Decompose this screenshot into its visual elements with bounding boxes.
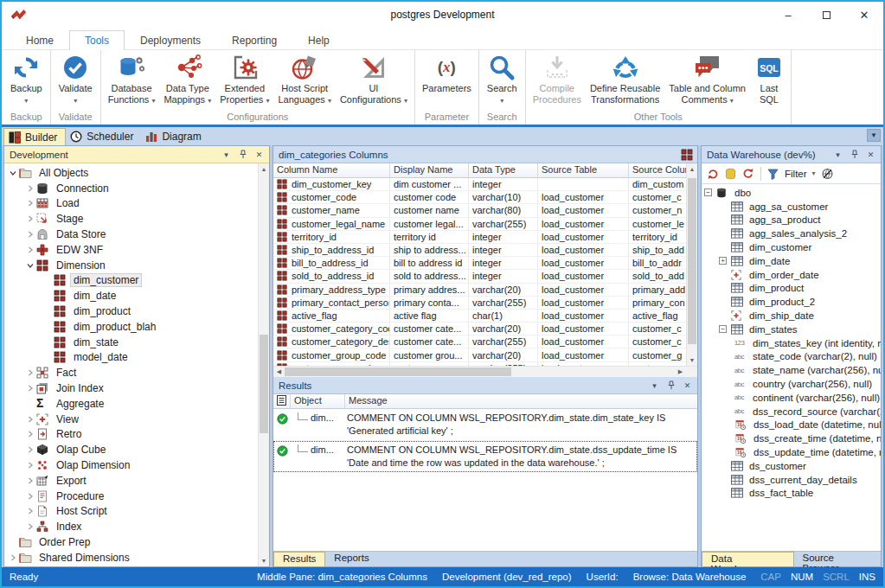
scroll-thumb[interactable] bbox=[688, 178, 696, 343]
grid-horizontal-scrollbar[interactable]: ◀ ▶ bbox=[273, 366, 697, 377]
chevron-right-icon[interactable] bbox=[25, 215, 35, 222]
chevron-right-icon[interactable] bbox=[25, 493, 35, 500]
result-row-1[interactable]: dim...COMMENT ON COLUMN WSL_REPOSITORY.d… bbox=[273, 409, 697, 441]
column-header-source-column[interactable]: Source Column bbox=[629, 163, 686, 177]
results-object-header[interactable]: Object bbox=[291, 394, 345, 408]
column-header-column-name[interactable]: Column Name bbox=[273, 163, 390, 177]
tree-item-dim-product-blah[interactable]: dim_product_blah bbox=[4, 319, 258, 335]
browser-item-agg-sa-product[interactable]: agg_sa_product bbox=[702, 214, 881, 227]
tree-item-olap-dimension[interactable]: Olap Dimension bbox=[4, 457, 258, 473]
scroll-up-icon[interactable]: ▲ bbox=[261, 163, 267, 175]
scroll-thumb[interactable] bbox=[285, 368, 511, 376]
bottom-tab-results[interactable]: Results bbox=[273, 552, 325, 566]
globe-filter-icon[interactable] bbox=[821, 168, 834, 180]
database-source-icon[interactable] bbox=[724, 168, 737, 180]
result-row-2[interactable]: dim...COMMENT ON COLUMN WSL_REPOSITORY.d… bbox=[273, 441, 697, 473]
refresh-browser-icon[interactable] bbox=[706, 168, 719, 180]
browser-item-dss-create-time[interactable]: 16dss_create_time (datetime, null) bbox=[702, 431, 881, 445]
expand-box-icon[interactable]: + bbox=[719, 257, 727, 265]
tree-item-dim-date[interactable]: dim_date bbox=[4, 288, 258, 304]
filter-label[interactable]: Filter bbox=[785, 169, 807, 179]
column-row-customer-category-code[interactable]: customer_category_codecustomer cate...va… bbox=[273, 323, 686, 336]
tree-item-host-script[interactable]: Host Script bbox=[4, 504, 258, 520]
ribbon-button-host-script-languages[interactable]: Host ScriptLanguages ▾ bbox=[273, 51, 336, 105]
column-row-sold-to-address-id[interactable]: sold_to_address_idsold to address...inte… bbox=[273, 270, 686, 283]
chevron-right-icon[interactable] bbox=[25, 523, 35, 530]
browser-item-country[interactable]: abccountry (varchar(256), null) bbox=[702, 377, 881, 391]
scroll-thumb[interactable] bbox=[260, 335, 268, 433]
left-tree-scrollbar[interactable]: ▲ ▼ bbox=[258, 163, 269, 566]
browser-item-dim-states-key[interactable]: 123dim_states_key (int identity, not bbox=[702, 336, 881, 350]
chevron-right-icon[interactable] bbox=[25, 231, 35, 238]
close-button[interactable]: ✕ bbox=[845, 2, 883, 28]
view-tab-diagram[interactable]: Diagram bbox=[141, 128, 208, 145]
minimize-button[interactable]: – bbox=[769, 2, 807, 28]
filter-icon[interactable] bbox=[766, 168, 779, 180]
chevron-right-icon[interactable] bbox=[25, 369, 35, 376]
tree-item-load[interactable]: Load bbox=[4, 196, 258, 212]
chevron-right-icon[interactable] bbox=[25, 508, 35, 514]
collapse-box-icon[interactable]: − bbox=[719, 325, 727, 333]
tree-item-export[interactable]: Export bbox=[4, 473, 258, 489]
browser-item-dss-record-source[interactable]: abcdss_record_source (varchar(255), bbox=[702, 405, 881, 419]
ribbon-button-search[interactable]: Search▾ bbox=[483, 51, 522, 105]
ribbon-button-extended-properties[interactable]: ExtendedProperties ▾ bbox=[215, 51, 273, 105]
tree-item-dimension[interactable]: Dimension bbox=[4, 258, 258, 273]
scroll-up-icon[interactable]: ▲ bbox=[689, 163, 696, 175]
chevron-right-icon[interactable] bbox=[25, 446, 35, 453]
grid-vertical-scrollbar[interactable]: ▲ ▼ bbox=[686, 163, 697, 366]
tree-item-procedure[interactable]: Procedure bbox=[4, 489, 258, 504]
ribbon-button-last-sql[interactable]: SQLLastSQL bbox=[750, 51, 788, 105]
refresh-alt-icon[interactable] bbox=[742, 168, 755, 180]
tree-item-dim-state[interactable]: dim_state bbox=[4, 335, 258, 350]
column-row-customer-name[interactable]: customer_namecustomer namevarchar(80)loa… bbox=[273, 204, 686, 217]
browser-item-dss-update-time[interactable]: 16dss_update_time (datetime, null bbox=[702, 445, 881, 459]
ribbon-button-parameters[interactable]: (x)Parameters bbox=[418, 51, 476, 94]
column-row-primary-address-type[interactable]: primary_address_typeprimary addres...var… bbox=[273, 284, 686, 297]
tree-item-dim-customer[interactable]: dim_customer bbox=[4, 273, 258, 289]
tree-item-dim-product[interactable]: dim_product bbox=[4, 304, 258, 319]
tree-item-edw-3nf[interactable]: EDW 3NF bbox=[4, 242, 258, 258]
chevron-right-icon[interactable] bbox=[25, 246, 35, 253]
results-pin-icon[interactable] bbox=[665, 380, 677, 391]
left-panel-menu-caret-icon[interactable]: ▾ bbox=[221, 149, 232, 160]
tree-item-olap-cube[interactable]: Olap Cube bbox=[4, 442, 258, 457]
browser-item-dss-current-day-details[interactable]: dss_current_day_details bbox=[702, 473, 881, 487]
ribbon-button-validate[interactable]: Validate▾ bbox=[55, 51, 97, 105]
browser-item-state-name[interactable]: abcstate_name (varchar(256), null) bbox=[702, 363, 881, 377]
column-row-dim-customer-key[interactable]: dim_customer_keydim customer ...integerd… bbox=[273, 178, 686, 191]
results-close-icon[interactable]: ✕ bbox=[682, 380, 693, 391]
tree-item-fact[interactable]: Fact bbox=[4, 365, 258, 380]
scroll-down-icon[interactable]: ▼ bbox=[261, 555, 267, 566]
browser-tab-data-warehouse[interactable]: Data Warehouse bbox=[702, 552, 794, 566]
ribbon-button-ui-configurations[interactable]: UIConfigurations ▾ bbox=[336, 51, 412, 105]
chevron-right-icon[interactable] bbox=[8, 554, 18, 561]
view-tab-builder[interactable]: Builder bbox=[3, 128, 66, 145]
browser-item-dss-fact-table[interactable]: dss_fact_table bbox=[702, 487, 881, 501]
browser-item-agg-sales-analysis-2[interactable]: agg_sales_analysis_2 bbox=[702, 227, 881, 240]
column-row-primary-contact-person[interactable]: primary_contact_personprimary conta...va… bbox=[273, 297, 686, 310]
menu-tab-help[interactable]: Help bbox=[292, 30, 345, 50]
scroll-right-icon[interactable]: ▶ bbox=[675, 368, 686, 375]
column-row-customer-legal-name[interactable]: customer_legal_namecustomer legal...varc… bbox=[273, 218, 686, 231]
column-row-active-flag[interactable]: active_flagactive flagchar(1)load_custom… bbox=[273, 310, 686, 323]
browser-item-dim-order-date[interactable]: dim_order_date bbox=[702, 268, 881, 282]
column-header-source-table[interactable]: Source Table bbox=[538, 163, 629, 177]
browser-item-dim-date[interactable]: +dim_date bbox=[702, 254, 881, 268]
tree-item-connection[interactable]: Connection bbox=[4, 181, 258, 196]
filter-caret-icon[interactable]: ▾ bbox=[812, 170, 816, 176]
browser-item-dss-load-date[interactable]: 16dss_load_date (datetime, null) bbox=[702, 419, 881, 432]
left-panel-close-icon[interactable]: ✕ bbox=[253, 149, 265, 160]
browser-menu-caret-icon[interactable]: ▾ bbox=[832, 149, 843, 160]
browser-item-state-code[interactable]: abcstate_code (varchar(2), null) bbox=[702, 350, 881, 364]
tree-item-shared-dimensions[interactable]: Shared Dimensions bbox=[4, 550, 258, 566]
browser-item-ds-customer[interactable]: ds_customer bbox=[702, 459, 881, 473]
browser-item-dim-product[interactable]: dim_product bbox=[702, 282, 881, 296]
column-row-customer-category-des[interactable]: customer_category_des...customer cate...… bbox=[273, 336, 686, 348]
scroll-down-icon[interactable]: ▼ bbox=[689, 355, 696, 366]
menu-tab-deployments[interactable]: Deployments bbox=[125, 30, 216, 50]
column-row-customer-code[interactable]: customer_codecustomer codevarchar(10)loa… bbox=[273, 191, 686, 204]
tree-item-join-index[interactable]: Join Index bbox=[4, 380, 258, 396]
tree-item-stage[interactable]: Stage bbox=[4, 211, 258, 227]
ribbon-button-data-type-mappings[interactable]: Data TypeMappings ▾ bbox=[159, 51, 215, 105]
